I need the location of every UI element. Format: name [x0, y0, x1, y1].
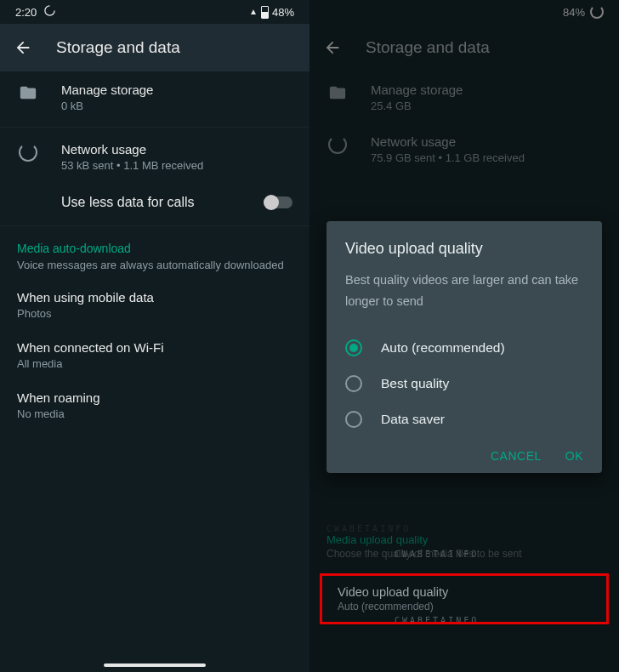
radio-option-best[interactable]: Best quality [345, 366, 583, 401]
media-upload-quality-section: CWABETAINFO Media upload quality Choose … [310, 527, 619, 560]
media-auto-download-desc: Voice messages are always automatically … [0, 259, 310, 280]
nav-pill[interactable] [104, 663, 206, 667]
page-title: Storage and data [56, 38, 180, 57]
wifi-row[interactable]: When connected on Wi-Fi All media [0, 330, 310, 380]
manage-storage-value: 0 kB [61, 100, 296, 112]
battery-text: 84% [563, 6, 585, 19]
network-usage-row: Network usage 75.9 GB sent • 1.1 GB rece… [310, 123, 619, 175]
status-bar: 2:20 48% [0, 0, 310, 24]
video-upload-value: Auto (recommended) [338, 601, 591, 612]
mobile-data-label: When using mobile data [17, 290, 292, 305]
ok-button[interactable]: OK [565, 449, 583, 463]
radio-icon [345, 339, 362, 356]
dialog-title: Video upload quality [345, 240, 583, 258]
page-title: Storage and data [366, 38, 490, 57]
manage-storage-label: Manage storage [61, 83, 296, 97]
status-bar: 84% [310, 0, 619, 24]
mobile-data-value: Photos [17, 307, 292, 320]
network-usage-label: Network usage [371, 134, 605, 149]
folder-icon [19, 83, 37, 99]
cancel-button[interactable]: CANCEL [491, 449, 542, 463]
phone-screenshot-left: 2:20 48% Storage and data Manage storage… [0, 0, 310, 672]
network-usage-value: 75.9 GB sent • 1.1 GB received [371, 151, 605, 164]
back-arrow-icon[interactable] [14, 38, 32, 57]
status-time: 2:20 [15, 6, 37, 19]
use-less-data-row[interactable]: Use less data for calls [0, 183, 310, 222]
radio-option-auto[interactable]: Auto (recommended) [345, 330, 583, 366]
video-upload-quality-row-highlighted[interactable]: Video upload quality Auto (recommended) [320, 573, 609, 624]
divider [0, 225, 310, 226]
media-upload-heading: Media upload quality [327, 533, 602, 546]
video-upload-label: Video upload quality [338, 585, 591, 599]
network-usage-label: Network usage [61, 142, 296, 157]
cloud-icon [43, 4, 56, 20]
manage-storage-value: 25.4 GB [371, 100, 605, 112]
mobile-data-row[interactable]: When using mobile data Photos [0, 280, 310, 330]
divider [0, 127, 310, 128]
dialog-description: Best quality videos are larger and can t… [345, 270, 583, 313]
network-usage-value: 53 kB sent • 1.1 MB received [61, 159, 296, 172]
network-usage-row[interactable]: Network usage 53 kB sent • 1.1 MB receiv… [0, 131, 310, 183]
app-bar: Storage and data [310, 24, 619, 71]
radio-label: Data saver [381, 412, 445, 427]
app-bar: Storage and data [0, 24, 310, 71]
use-less-data-toggle[interactable] [264, 196, 292, 208]
radio-option-saver[interactable]: Data saver [345, 401, 583, 437]
radio-icon [345, 375, 362, 392]
manage-storage-row[interactable]: Manage storage 0 kB [0, 71, 310, 123]
radio-label: Auto (recommended) [381, 340, 505, 356]
roaming-value: No media [17, 407, 292, 420]
media-auto-download-heading: Media auto-download [0, 230, 310, 259]
roaming-label: When roaming [17, 390, 292, 405]
media-upload-desc: Choose the quality of media files to be … [327, 548, 602, 560]
watermark-text: CWABETAINFO [327, 524, 602, 533]
radio-icon [345, 411, 362, 428]
loading-icon [590, 5, 604, 19]
data-usage-icon [19, 143, 37, 162]
use-less-data-label: Use less data for calls [61, 195, 195, 210]
folder-icon [328, 83, 347, 99]
video-upload-quality-dialog: Video upload quality Best quality videos… [327, 221, 602, 473]
roaming-row[interactable]: When roaming No media [0, 380, 310, 430]
manage-storage-label: Manage storage [371, 83, 605, 97]
data-usage-icon [328, 135, 347, 154]
wifi-value: All media [17, 357, 292, 370]
back-arrow-icon[interactable] [323, 38, 342, 57]
phone-screenshot-right: 84% Storage and data Manage storage 25.4… [310, 0, 619, 672]
wifi-icon [251, 6, 256, 19]
radio-label: Best quality [381, 376, 449, 391]
battery-indicator: 48% [261, 6, 294, 19]
wifi-label: When connected on Wi-Fi [17, 340, 292, 355]
manage-storage-row: Manage storage 25.4 GB [310, 71, 619, 123]
